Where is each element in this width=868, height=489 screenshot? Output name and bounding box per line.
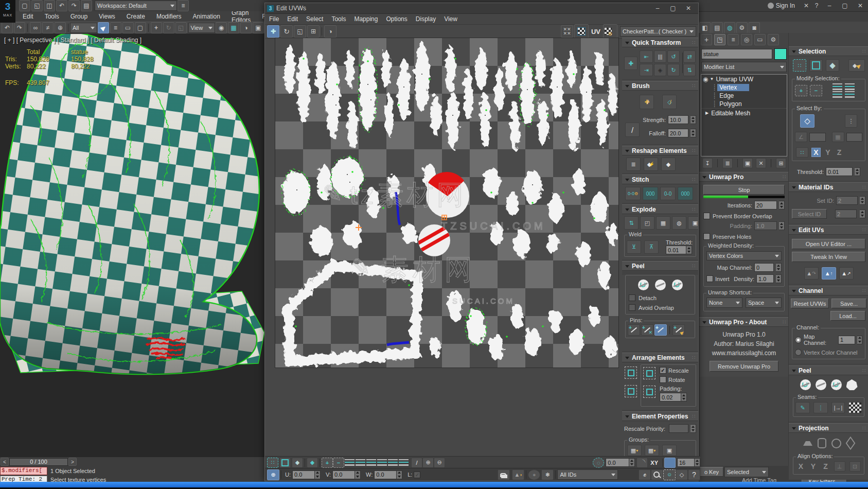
save-file-icon[interactable]: ◫	[44, 0, 55, 11]
rollout-header-stitch[interactable]: Stitch∷	[622, 174, 698, 184]
window-maximize-button[interactable]: ▢	[837, 1, 853, 10]
stitch-average-icon[interactable]: 0-0	[660, 187, 676, 200]
uv-move-icon[interactable]: ✚	[267, 25, 279, 38]
menu-views[interactable]: Views	[99, 13, 115, 20]
object-color-swatch[interactable]	[774, 48, 787, 60]
align-normal-icon[interactable]: ⊥	[834, 461, 845, 471]
expand-arrow-icon[interactable]: ▼	[710, 77, 714, 81]
selection-filter-dropdown[interactable]: All	[70, 23, 97, 33]
density-mode-dropdown[interactable]: Vertex Colors	[706, 251, 782, 260]
plane-label[interactable]: XY	[650, 460, 658, 466]
uv-mountain-up-icon[interactable]: ▲↑	[822, 267, 836, 280]
unpin-icon[interactable]: +✕	[641, 324, 653, 336]
uv-mountain-right-icon[interactable]: ▲↗	[839, 267, 854, 280]
rollout-header-element-properties[interactable]: Element Properties∷	[622, 411, 698, 421]
axis-x-button[interactable]: X	[811, 148, 821, 157]
align-vertical-icon[interactable]: ⇥	[640, 64, 653, 76]
space-vertical-icon[interactable]: |||	[654, 50, 666, 63]
reference-coordinate-dropdown[interactable]: View	[188, 23, 216, 33]
v-spinner[interactable]	[355, 470, 361, 479]
box-map-icon[interactable]	[845, 436, 855, 450]
uv-menu-options[interactable]: Options	[386, 15, 407, 23]
window-minimize-button[interactable]: –	[822, 1, 837, 10]
stitch-target-icon[interactable]: 000	[678, 187, 693, 200]
use-pivot-center-icon[interactable]: ◉	[216, 22, 227, 33]
uv-shrink-icon[interactable]: −	[333, 458, 344, 468]
select-by-element-icon[interactable]: ◇	[800, 114, 814, 128]
shrink-selection-icon[interactable]: −	[810, 85, 822, 96]
paint-select-icon[interactable]: /	[411, 458, 422, 468]
perspective-viewport[interactable]: [ + ] [ Perspective ] [ Standard ] [ Def…	[0, 34, 264, 457]
uv-vertex-mode-icon[interactable]: ∷	[267, 458, 278, 468]
peel-mode-icon[interactable]	[816, 379, 826, 390]
select-by-angle-icon[interactable]: ∠	[795, 132, 807, 142]
crossing-selection-icon[interactable]: ▢	[135, 22, 146, 33]
group-ungroup-icon[interactable]: ▦▾	[645, 445, 659, 456]
reset-uvws-button[interactable]: Reset UVWs	[791, 299, 829, 308]
select-by-vertex-color-icon[interactable]: ∷	[796, 147, 808, 158]
menu-create[interactable]: Create	[127, 13, 145, 20]
tab-display[interactable]: ▭	[754, 34, 766, 45]
pin-live-icon[interactable]: +	[654, 324, 667, 336]
project-folder-icon[interactable]: ▤	[81, 0, 92, 11]
zoom-to-selected-icon[interactable]: ?	[688, 469, 700, 480]
rectangular-selection-icon[interactable]: ▭	[122, 22, 134, 33]
rollout-header-brush[interactable]: Brush∷	[622, 81, 698, 91]
falloff-field[interactable]: 20.0	[668, 129, 688, 137]
edge-loop-icon[interactable]	[832, 83, 842, 90]
map-channel-spinner[interactable]	[776, 263, 782, 272]
pack-custom-icon[interactable]	[625, 385, 637, 397]
show-map-icon[interactable]	[574, 24, 589, 39]
planar-threshold-field[interactable]	[846, 133, 863, 142]
fit-icon[interactable]: ⊡	[849, 461, 861, 471]
pin-stack-icon[interactable]: ↧	[702, 158, 713, 168]
about-site[interactable]: www.mariussilaghi.com	[703, 350, 785, 357]
rollout-header-channel[interactable]: Channel∷	[789, 286, 868, 295]
tweak-in-view-button[interactable]: Tweak In View	[792, 252, 865, 262]
workspace-dropdown[interactable]: Workspace: Default	[95, 1, 177, 11]
weld-selected-icon[interactable]: ⊻	[627, 240, 641, 254]
group-select-icon[interactable]: ▣	[662, 445, 677, 456]
uv-element-mode-icon[interactable]: ◆	[307, 458, 318, 468]
axis-y-button[interactable]: Y	[824, 148, 832, 156]
snap-toggle-icon[interactable]: ▦	[228, 22, 239, 33]
relax-brush-icon[interactable]: ◇/	[662, 95, 677, 109]
w-spinner[interactable]	[397, 470, 402, 479]
uv-space-label[interactable]: UV	[591, 28, 600, 36]
uv-edge-mode-icon[interactable]	[279, 458, 291, 468]
stack-item-edge[interactable]: ┊ Edge	[701, 92, 787, 100]
tab-hierarchy[interactable]: ≡	[728, 34, 739, 45]
pan-hand-icon[interactable]: ✊︎	[639, 469, 651, 480]
grid-size-field[interactable]: 16	[677, 458, 695, 467]
move-icon[interactable]: +	[151, 22, 162, 33]
uv-loop-shift-icon[interactable]	[388, 459, 398, 466]
make-unique-icon[interactable]: ▣	[742, 158, 753, 168]
shortcut-key-dropdown[interactable]: Space	[746, 298, 782, 308]
threshold-field[interactable]: 0.01	[826, 167, 853, 176]
select-by-pelt-icon[interactable]: ⋮	[845, 114, 857, 128]
help-icon[interactable]: ?	[811, 1, 822, 10]
modifier-list-dropdown[interactable]: Modifier List	[701, 62, 787, 72]
break-icon[interactable]: ⇅	[624, 216, 639, 230]
align-y-button[interactable]: Y	[809, 462, 818, 470]
u-field[interactable]: 0.0	[292, 470, 315, 479]
strength-field[interactable]: 10.0	[668, 115, 688, 124]
peel-mode-icon[interactable]	[655, 280, 666, 290]
exp-seams-icon[interactable]	[848, 402, 862, 413]
load-button[interactable]: Load...	[830, 311, 865, 321]
select-by-name-icon[interactable]: ≡	[110, 22, 121, 33]
stack-item-polygon[interactable]: ┊ Polygon	[701, 100, 787, 108]
pack-icon[interactable]	[643, 367, 656, 379]
window-close-button[interactable]: ✕	[853, 1, 868, 10]
menu-group[interactable]: Group	[70, 13, 87, 20]
layer-manager-icon[interactable]: ▣	[253, 22, 264, 33]
point-to-point-seam-icon[interactable]: ⋮	[813, 402, 828, 413]
uv-ring-grow-icon[interactable]	[377, 459, 387, 466]
visibility-eye-icon[interactable]: ◉	[703, 76, 708, 83]
spherical-map-icon[interactable]	[831, 439, 841, 448]
grow-selection-icon[interactable]: +	[795, 85, 807, 96]
pin-icon[interactable]: +	[628, 324, 640, 336]
bind-space-warp-icon[interactable]: ⊕	[55, 22, 66, 33]
falloff-spinner[interactable]	[690, 129, 696, 137]
grid-size-spinner[interactable]	[695, 458, 700, 467]
